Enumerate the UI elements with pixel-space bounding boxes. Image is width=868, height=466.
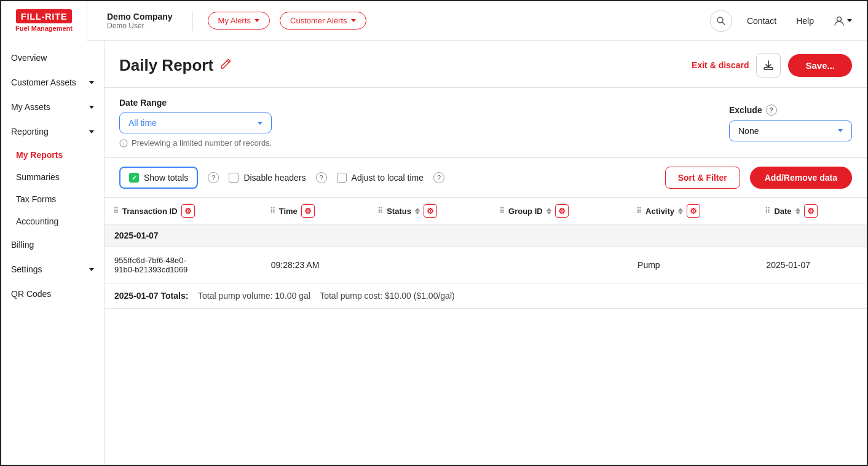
checkbox-checked-icon: ✓ xyxy=(129,173,139,183)
sort-arrows[interactable] xyxy=(795,208,800,215)
download-button[interactable] xyxy=(756,53,781,77)
table-header-row: ⠿ Transaction ID ⚙ ⠿ Time ⚙ xyxy=(105,198,867,224)
sort-arrow-down-icon xyxy=(415,211,420,215)
svg-rect-3 xyxy=(764,68,773,69)
col-settings-icon[interactable]: ⚙ xyxy=(181,204,195,218)
chevron-down-icon xyxy=(89,268,94,271)
adjust-local-time-help-icon[interactable]: ? xyxy=(433,172,444,183)
date-range-chevron-icon xyxy=(258,122,262,125)
sidebar-item-summaries[interactable]: Summaries xyxy=(1,166,104,188)
group-date-cell: 2025-01-07 xyxy=(105,224,867,247)
sort-arrows[interactable] xyxy=(546,208,551,215)
exclude-group: Exclude ? None xyxy=(729,105,852,141)
filters-section: Date Range All time i Previewing a limit xyxy=(105,88,867,158)
table-row: 955ffc6d-7bf6-48e0-91b0-b21393cd1069 09:… xyxy=(105,247,867,283)
company-info: Demo Company Demo User xyxy=(107,12,173,30)
sort-arrow-down-icon xyxy=(546,211,551,215)
chevron-down-icon xyxy=(351,19,356,22)
brand-name: FILL-RITE xyxy=(16,9,72,23)
disable-headers-help-icon[interactable]: ? xyxy=(316,172,327,183)
sidebar-item-accounting[interactable]: Accounting xyxy=(1,210,104,232)
date-range-label: Date Range xyxy=(119,98,272,108)
add-remove-data-button[interactable]: Add/Remove data xyxy=(750,167,852,189)
edit-icon[interactable] xyxy=(219,58,232,73)
sidebar: Overview Customer Assets My Assets Repor… xyxy=(1,41,105,465)
sidebar-item-tax-forms[interactable]: Tax Forms xyxy=(1,188,104,210)
my-alerts-button[interactable]: My Alerts xyxy=(208,12,270,30)
logo: FILL-RITE Fuel Management xyxy=(1,1,87,41)
info-icon: i xyxy=(119,139,128,148)
drag-icon[interactable]: ⠿ xyxy=(270,207,275,215)
sort-arrows[interactable] xyxy=(678,208,683,215)
contact-button[interactable]: Contact xyxy=(742,12,781,30)
main-content: Daily Report Exit & discard xyxy=(105,41,867,465)
col-settings-icon[interactable]: ⚙ xyxy=(301,204,315,218)
exclude-help-icon[interactable]: ? xyxy=(766,105,777,116)
cell-group-id xyxy=(491,247,628,283)
sort-arrow-down-icon xyxy=(678,211,683,215)
col-settings-icon[interactable]: ⚙ xyxy=(555,204,569,218)
disable-headers-checkbox[interactable] xyxy=(229,173,239,183)
company-name: Demo Company xyxy=(107,12,173,22)
cell-status xyxy=(369,247,491,283)
sidebar-item-customer-assets[interactable]: Customer Assets xyxy=(1,70,104,95)
drag-icon[interactable]: ⠿ xyxy=(636,207,642,215)
sort-arrows[interactable] xyxy=(415,208,420,215)
totals-cell: 2025-01-07 Totals: Total pump volume: 10… xyxy=(105,283,867,309)
help-button[interactable]: Help xyxy=(791,12,819,30)
report-header: Daily Report Exit & discard xyxy=(105,41,867,88)
sort-arrow-up-icon xyxy=(678,208,683,211)
col-settings-icon[interactable]: ⚙ xyxy=(804,204,818,218)
show-totals-label: Show totals xyxy=(144,173,188,183)
sort-arrow-up-icon xyxy=(795,208,800,211)
user-icon xyxy=(834,15,845,26)
save-button[interactable]: Save... xyxy=(788,54,852,77)
col-group-id: ⠿ Group ID ⚙ xyxy=(491,198,628,224)
cell-time: 09:28:23 AM xyxy=(261,247,369,283)
chevron-down-icon xyxy=(89,106,94,109)
sidebar-item-my-reports[interactable]: My Reports xyxy=(1,144,104,166)
report-table-container: ⠿ Transaction ID ⚙ ⠿ Time ⚙ xyxy=(105,198,867,309)
brand-sub: Fuel Management xyxy=(15,25,73,32)
options-row: ✓ Show totals ? Disable headers ? Adjust… xyxy=(105,158,867,198)
sidebar-item-qr-codes[interactable]: QR Codes xyxy=(1,282,104,306)
sort-filter-button[interactable]: Sort & Filter xyxy=(665,167,740,189)
col-time: ⠿ Time ⚙ xyxy=(261,198,369,224)
svg-text:i: i xyxy=(123,141,124,147)
exit-discard-button[interactable]: Exit & discard xyxy=(692,60,749,70)
report-table: ⠿ Transaction ID ⚙ ⠿ Time ⚙ xyxy=(105,198,867,309)
search-button[interactable] xyxy=(710,10,732,32)
customer-alerts-button[interactable]: Customer Alerts xyxy=(280,12,366,30)
sort-arrow-up-icon xyxy=(546,208,551,211)
sidebar-item-billing[interactable]: Billing xyxy=(1,232,104,257)
adjust-local-time-checkbox[interactable] xyxy=(337,173,347,183)
drag-icon[interactable]: ⠿ xyxy=(765,207,770,215)
totals-row: 2025-01-07 Totals: Total pump volume: 10… xyxy=(105,283,867,309)
col-activity: ⠿ Activity ⚙ xyxy=(628,198,756,224)
report-header-actions: Exit & discard Save... xyxy=(692,53,852,77)
chevron-down-icon xyxy=(89,130,94,133)
exclude-label: Exclude ? xyxy=(729,105,852,116)
sidebar-item-settings[interactable]: Settings xyxy=(1,257,104,282)
sidebar-item-reporting[interactable]: Reporting xyxy=(1,119,104,144)
user-menu-button[interactable] xyxy=(829,12,857,30)
sidebar-item-overview[interactable]: Overview xyxy=(1,45,104,70)
user-chevron-icon xyxy=(847,19,852,22)
chevron-down-icon xyxy=(89,81,94,84)
cell-transaction-id: 955ffc6d-7bf6-48e0-91b0-b21393cd1069 xyxy=(105,247,261,283)
col-settings-icon[interactable]: ⚙ xyxy=(687,204,700,218)
disable-headers-label: Disable headers xyxy=(243,173,306,183)
col-settings-icon[interactable]: ⚙ xyxy=(424,204,437,218)
sidebar-item-my-assets[interactable]: My Assets xyxy=(1,95,104,119)
exclude-select[interactable]: None xyxy=(729,120,852,141)
drag-icon[interactable]: ⠿ xyxy=(499,207,505,215)
show-totals-checkbox[interactable]: ✓ Show totals xyxy=(119,167,198,189)
search-icon xyxy=(716,16,726,26)
drag-icon[interactable]: ⠿ xyxy=(113,207,119,215)
drag-icon[interactable]: ⠿ xyxy=(377,207,383,215)
show-totals-help-icon[interactable]: ? xyxy=(208,172,219,183)
date-range-group: Date Range All time i Previewing a limit xyxy=(119,98,272,148)
totals-values: Total pump volume: 10.00 gal Total pump … xyxy=(198,291,455,301)
date-range-select[interactable]: All time xyxy=(119,113,272,133)
col-date: ⠿ Date ⚙ xyxy=(756,198,867,224)
